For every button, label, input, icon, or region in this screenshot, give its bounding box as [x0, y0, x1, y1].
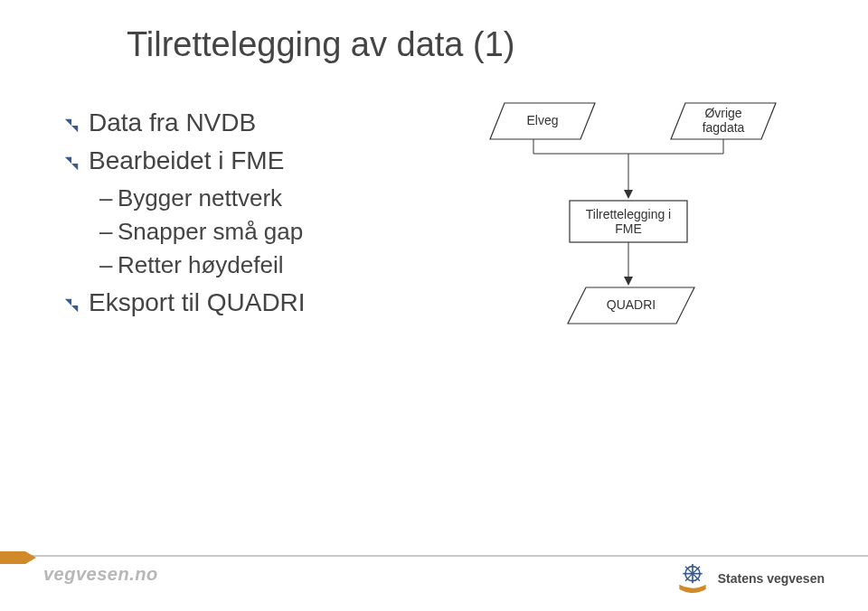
diagram-node-input-right: Øvrige fagdata [671, 103, 776, 139]
dash-bullet-icon: – [99, 218, 110, 246]
list-item: – Snapper små gap [99, 218, 443, 246]
node-label-line1: Tilrettelegging i [586, 207, 671, 221]
footer-org-name: Statens vegvesen [718, 571, 825, 586]
list-item: Bearbeidet i FME [63, 146, 443, 175]
slide-footer: vegvesen.no Statens vegvesen [0, 555, 868, 611]
bullet-list: Data fra NVDB Bearbeidet i FME – Bygger … [63, 99, 443, 326]
node-label-line2: fagdata [703, 120, 745, 135]
diagram-node-process: Tilrettelegging i FME [570, 201, 687, 242]
bullet-text: Retter høydefeil [118, 251, 284, 279]
arrow-down-icon [624, 277, 633, 286]
footer-chevron-icon [0, 551, 40, 564]
slide: Tilrettelegging av data (1) Data fra NVD… [0, 0, 868, 611]
arrow-bullet-icon [63, 155, 80, 172]
arrow-bullet-icon [63, 118, 80, 134]
arrow-down-icon [624, 190, 633, 199]
dash-bullet-icon: – [99, 184, 110, 212]
bullet-text: Snapper små gap [118, 218, 303, 246]
footer-org-logo: Statens vegvesen [675, 560, 825, 597]
node-label: QUADRI [607, 297, 656, 312]
node-label-line1: Øvrige [704, 106, 741, 120]
node-label-line2: FME [615, 221, 642, 236]
list-item: – Bygger nettverk [99, 184, 443, 212]
node-label: Elveg [526, 113, 558, 127]
arrow-bullet-icon [63, 297, 80, 314]
page-title: Tilrettelegging av data (1) [127, 25, 515, 64]
list-item: Data fra NVDB [63, 108, 443, 137]
footer-brand: vegvesen.no [43, 564, 158, 585]
list-item: Eksport til QUADRI [63, 288, 443, 317]
org-emblem-icon [675, 560, 711, 597]
dash-bullet-icon: – [99, 251, 110, 279]
diagram-node-output: QUADRI [568, 287, 694, 324]
footer-divider [0, 555, 868, 557]
list-item: – Retter høydefeil [99, 251, 443, 279]
flow-diagram: Elveg Øvrige fagdata Tilrettelegging i F… [479, 98, 823, 336]
svg-marker-9 [0, 551, 36, 564]
bullet-text: Eksport til QUADRI [89, 288, 306, 317]
bullet-text: Data fra NVDB [89, 108, 256, 137]
diagram-node-input-left: Elveg [490, 103, 595, 139]
bullet-text: Bygger nettverk [118, 184, 282, 212]
bullet-text: Bearbeidet i FME [89, 146, 284, 175]
